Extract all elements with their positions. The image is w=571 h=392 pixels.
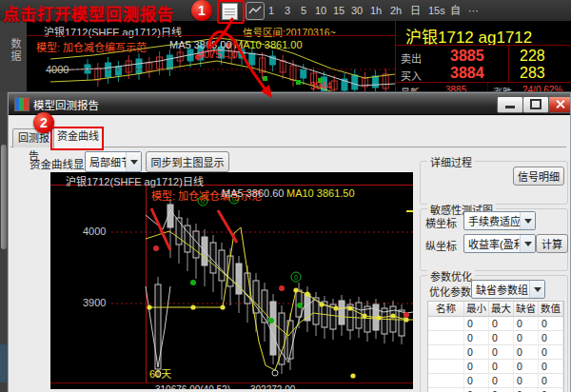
param-cell[interactable]: 0 bbox=[514, 331, 539, 345]
period-15[interactable]: 15 bbox=[333, 4, 345, 17]
param-cell[interactable]: 0 bbox=[489, 331, 514, 345]
period-10[interactable]: 10 bbox=[315, 4, 326, 17]
equity-footer-left: 310676.00(40.52) bbox=[155, 384, 230, 389]
param-cell[interactable]: 0 bbox=[539, 388, 563, 392]
param-cell[interactable]: 0 bbox=[539, 345, 563, 360]
param-cell[interactable]: 0 bbox=[489, 317, 514, 331]
app-logo-icon bbox=[14, 97, 30, 111]
col-header: 最小 bbox=[464, 302, 489, 317]
param-cell[interactable] bbox=[428, 331, 464, 345]
divider bbox=[27, 35, 395, 36]
param-cell[interactable]: 0 bbox=[489, 360, 514, 374]
ma5-value: MA5 3860.60 bbox=[222, 187, 284, 199]
param-cell[interactable] bbox=[428, 360, 464, 374]
chevron-down-icon bbox=[529, 281, 544, 298]
scrollbar-thumb[interactable] bbox=[1, 145, 7, 249]
col-header: 数值 bbox=[539, 302, 563, 317]
param-cell[interactable]: 0 bbox=[514, 374, 539, 388]
sidebar-label: 数据 bbox=[8, 38, 21, 63]
param-cell[interactable] bbox=[428, 317, 464, 331]
param-optimize-label: 参数优化 bbox=[427, 268, 475, 284]
svg-text:0: 0 bbox=[294, 274, 298, 281]
param-cell[interactable]: 0 bbox=[464, 360, 489, 374]
period-30[interactable]: 30 bbox=[351, 4, 363, 17]
xaxis-select[interactable]: 手续费适应性 bbox=[463, 211, 536, 230]
period-day[interactable]: 日 bbox=[410, 4, 421, 17]
maximize-button[interactable] bbox=[522, 96, 549, 113]
param-cell[interactable]: 0 bbox=[464, 317, 489, 331]
optimize-param-label: 优化参数 bbox=[429, 284, 471, 299]
period-3[interactable]: 3 bbox=[285, 4, 290, 17]
param-cell[interactable]: 0 bbox=[539, 317, 563, 331]
curve-display-select[interactable]: 局部细节 bbox=[85, 151, 142, 172]
param-cell[interactable]: 0 bbox=[464, 374, 489, 388]
axis-label-4000: 4000 bbox=[83, 225, 106, 237]
screen: 1 3 5 10 15 30 1h 2h 日 15s 自 ⋯ 数据 沪银1712… bbox=[0, 0, 571, 392]
chevron-down-icon bbox=[126, 152, 141, 171]
param-cell[interactable]: 0 bbox=[514, 317, 539, 331]
dialog-title: 模型回测报告 bbox=[33, 97, 99, 112]
app-left-edge bbox=[0, 92, 8, 392]
axis-label-4000: 4000 bbox=[46, 64, 69, 75]
param-cell[interactable]: 0 bbox=[464, 331, 489, 345]
param-cell[interactable] bbox=[428, 388, 464, 392]
col-header: 最大 bbox=[489, 302, 514, 317]
annotation-tab-box bbox=[50, 127, 104, 150]
period-custom[interactable]: 自 bbox=[450, 4, 461, 17]
divider bbox=[396, 45, 571, 46]
quote-panel[interactable]: 沪银1712 ag1712 卖出 3885 228 买入 3884 283 最新… bbox=[395, 21, 571, 92]
period-2h[interactable]: 2h bbox=[390, 4, 402, 17]
param-cell[interactable]: 0 bbox=[514, 345, 539, 360]
period-15s[interactable]: 15s bbox=[428, 4, 445, 17]
buy-price: 3884 bbox=[450, 65, 484, 82]
param-cell[interactable]: 0 bbox=[514, 360, 539, 374]
price-marker: 4075←0→ bbox=[198, 49, 248, 60]
period-label: 60天 bbox=[149, 365, 171, 381]
optimize-param-select[interactable]: 缺省参数组 bbox=[471, 280, 545, 299]
param-cell[interactable]: 0 bbox=[489, 345, 514, 360]
close-button[interactable] bbox=[548, 96, 571, 113]
param-cell[interactable]: 0 bbox=[539, 374, 563, 388]
chevron-down-icon bbox=[520, 235, 535, 252]
main-chart-title: 沪银1712(SHFE ag1712)日线 bbox=[44, 24, 182, 39]
param-cell[interactable]: 0 bbox=[489, 374, 514, 388]
more-icon[interactable]: ⋯ bbox=[468, 4, 479, 17]
chevron-down-icon bbox=[520, 212, 535, 229]
sell-volume: 228 bbox=[520, 48, 545, 65]
param-cell[interactable] bbox=[428, 345, 464, 360]
minimize-button[interactable] bbox=[497, 96, 523, 113]
param-cell[interactable]: 0 bbox=[464, 388, 489, 392]
annotation-badge-2: 2 bbox=[33, 112, 54, 133]
col-header: 缺省 bbox=[514, 302, 539, 317]
period-1h[interactable]: 1h bbox=[370, 4, 382, 17]
axis-label-3900: 3900 bbox=[83, 297, 106, 308]
equity-chart-title: 沪银1712(SHFE ag1712)日线 bbox=[66, 173, 204, 188]
param-cell[interactable] bbox=[428, 374, 464, 388]
dialog-titlebar[interactable]: 模型回测报告 bbox=[9, 93, 570, 115]
ma10-value: MA10 3861.50 bbox=[286, 187, 355, 199]
model-label: 模型: 加仓减仓编写示范 bbox=[36, 39, 147, 54]
signal-range: 信号区间:20170316~ bbox=[243, 25, 336, 39]
xaxis-label: 横坐标 bbox=[425, 215, 457, 230]
equity-chart: 000 沪银1712(SHFE ag1712)日线 模型: 加仓减仓编写示范 M… bbox=[50, 172, 413, 389]
decorative-glow bbox=[0, 344, 8, 382]
equity-footer-right: 302272.00 bbox=[250, 384, 295, 389]
param-cell[interactable]: 0 bbox=[539, 360, 563, 374]
annotation-badge-1: 1 bbox=[191, 0, 212, 21]
sell-price: 3885 bbox=[450, 48, 484, 65]
param-cell[interactable]: 0 bbox=[464, 345, 489, 360]
calculate-button[interactable]: 计算 bbox=[536, 234, 568, 253]
period-5[interactable]: 5 bbox=[301, 4, 306, 17]
yaxis-select[interactable]: 收益率(盈利率) bbox=[463, 234, 536, 253]
sell-label: 卖出 bbox=[401, 50, 422, 66]
col-header: 名称 bbox=[428, 302, 464, 317]
param-cell[interactable]: 0 bbox=[514, 388, 539, 392]
chart-tool-icon[interactable] bbox=[246, 2, 265, 20]
detail-process-label: 详细过程 bbox=[427, 154, 475, 169]
param-cell[interactable]: 0 bbox=[539, 331, 563, 345]
param-cell[interactable]: 0 bbox=[489, 388, 514, 392]
sync-to-main-chart-button[interactable]: 同步到主图显示 bbox=[146, 151, 229, 172]
signal-detail-button[interactable]: 信号明细 bbox=[513, 167, 564, 186]
equity-chart-canvas: 000 bbox=[50, 172, 413, 389]
period-1[interactable]: 1 bbox=[268, 4, 274, 17]
